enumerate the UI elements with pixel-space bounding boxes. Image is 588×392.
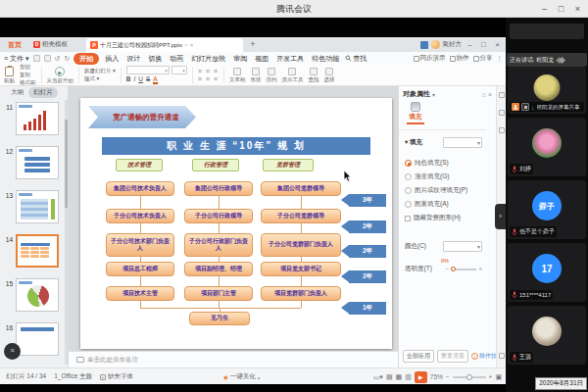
notes-bar[interactable]: 单击此处添加备注: [69, 351, 398, 368]
font-name-input[interactable]: ▾: [126, 66, 170, 74]
zoom-out-icon[interactable]: −: [446, 373, 450, 380]
present-tools-button[interactable]: 演示工具: [281, 68, 303, 83]
tab-document[interactable]: P 十月三建公司校园招聘PPT.pptx ○ ×: [86, 38, 243, 52]
arrange-button[interactable]: 排列: [266, 68, 276, 83]
menu-file[interactable]: ≡ 文件 ▾: [4, 54, 29, 64]
tab-docer[interactable]: D 稻壳模板: [29, 37, 72, 52]
transparency-handle[interactable]: [451, 267, 456, 271]
more-icon[interactable]: ⋮: [497, 55, 504, 63]
align-buttons-row2[interactable]: ≡ ≡ ≡: [198, 75, 219, 82]
participant-tile[interactable]: 孬子 他不是个孬子: [508, 180, 586, 239]
apply-all-button[interactable]: 全部应用: [403, 350, 434, 363]
notes-toggle-icon[interactable]: ▭▾: [373, 373, 383, 381]
slide-thumbnail-12[interactable]: [16, 146, 59, 179]
strip-icon[interactable]: [499, 110, 505, 116]
menu-animation[interactable]: 动画: [168, 54, 185, 64]
option-row[interactable]: 纯色填充(S): [405, 159, 482, 168]
font-color-button[interactable]: A: [153, 75, 157, 84]
sorter-view-icon[interactable]: ▦: [396, 373, 403, 381]
tab-close-icon[interactable]: ×: [190, 42, 194, 48]
thumbnail-scrollbar[interactable]: [65, 100, 68, 365]
strip-icon[interactable]: [499, 92, 505, 98]
menu-review[interactable]: 审阅: [231, 54, 249, 64]
fill-section-label[interactable]: ▾ 填充: [405, 138, 422, 147]
user-avatar[interactable]: [431, 40, 440, 49]
panel-collapse-handle[interactable]: ›: [495, 204, 506, 229]
missing-font-indicator[interactable]: F 缺失字体: [100, 372, 133, 381]
copy-button[interactable]: 复制: [20, 72, 36, 78]
transparency-minus-icon[interactable]: −: [445, 266, 449, 272]
wps-maximize-icon[interactable]: □: [478, 40, 489, 49]
undo-icon[interactable]: ↺: [55, 55, 61, 63]
share-button[interactable]: 分享: [473, 54, 493, 63]
menu-start[interactable]: 开始: [74, 53, 99, 65]
strip-icon[interactable]: [499, 127, 505, 133]
close-icon[interactable]: ×: [569, 4, 586, 14]
textbox-button[interactable]: 文本框: [229, 68, 246, 83]
format-painter-button[interactable]: 格式刷: [20, 79, 36, 86]
menu-design[interactable]: 设计: [124, 54, 142, 64]
transparency-plus-icon[interactable]: +: [478, 266, 482, 272]
fill-preset-dropdown[interactable]: [443, 137, 482, 148]
sync-present-button[interactable]: 同步演示: [414, 54, 446, 63]
normal-view-icon[interactable]: ▤: [386, 373, 393, 381]
option-row[interactable]: 隐藏背景图形(H): [405, 214, 482, 222]
reading-view-icon[interactable]: ▥: [405, 373, 412, 381]
menu-devtools[interactable]: 开发工具: [274, 54, 306, 64]
redo-icon[interactable]: ↻: [64, 55, 70, 63]
tab-slides[interactable]: 幻灯片: [28, 87, 58, 98]
wps-minimize-icon[interactable]: –: [465, 40, 475, 49]
meeting-toolbar-box[interactable]: [510, 24, 584, 39]
app-switch-icon[interactable]: [420, 41, 428, 49]
beautify-button[interactable]: ◆ 一键美化 ▴: [223, 368, 260, 384]
play-from-current-button[interactable]: ▶ 从当前开始: [47, 67, 74, 84]
fill-tab[interactable]: 填充: [407, 102, 424, 124]
select-button[interactable]: 选择: [323, 68, 334, 83]
underline-button[interactable]: U: [138, 75, 143, 84]
strip-icon[interactable]: [499, 353, 505, 359]
zoom-in-icon[interactable]: +: [489, 373, 493, 380]
menu-view[interactable]: 视图: [253, 54, 270, 64]
align-buttons-row1[interactable]: ≡ ≡ ≡: [198, 68, 219, 74]
participant-tile[interactable]: 刘婷: [508, 118, 586, 176]
layout-button[interactable]: 版式 ▾: [84, 75, 116, 82]
fit-slide-icon[interactable]: ▣: [495, 373, 502, 381]
panel-close-icon[interactable]: ×: [488, 91, 492, 98]
menu-insert[interactable]: 插入: [103, 54, 121, 64]
save-icon[interactable]: [33, 55, 40, 62]
slide-14[interactable]: 宽广通畅的晋升通道 职 业 生 涯 “10年” 规 划 技术管理 行政管理 党群…: [80, 98, 392, 349]
slide-thumbnail-13[interactable]: [16, 190, 59, 223]
theme-name[interactable]: 1_Office 主题: [54, 372, 92, 381]
slide-thumbnail-16[interactable]: [16, 322, 59, 356]
slide-thumbnail-11[interactable]: [16, 102, 59, 135]
cut-button[interactable]: 剪切: [20, 64, 36, 71]
font-size-input[interactable]: ▾: [172, 66, 187, 74]
menu-transition[interactable]: 切换: [146, 54, 164, 64]
menu-features[interactable]: 特色功能: [310, 54, 341, 64]
paste-button[interactable]: 粘贴: [4, 67, 15, 84]
maximize-icon[interactable]: □: [553, 4, 569, 14]
slide-thumbnail-14-selected[interactable]: [16, 234, 59, 268]
collaborate-button[interactable]: 协作: [450, 54, 469, 63]
participant-tile[interactable]: 王源: [508, 306, 586, 365]
zoom-slider-handle[interactable]: [466, 374, 472, 380]
transparency-slider[interactable]: [451, 269, 476, 270]
slideshow-play-button[interactable]: ▶: [415, 371, 427, 383]
option-row[interactable]: 渐变填充(G): [405, 172, 482, 181]
new-tab-button[interactable]: +: [247, 37, 259, 52]
wps-assistant-icon[interactable]: ≡: [4, 343, 21, 360]
zoom-slider[interactable]: [453, 376, 486, 378]
print-icon[interactable]: [44, 55, 51, 62]
menu-slideshow[interactable]: 幻灯片放映: [189, 54, 227, 64]
zoom-level[interactable]: 75%: [430, 373, 443, 380]
participant-tile[interactable]: 17 151****4117: [508, 243, 586, 302]
tab-home[interactable]: 首页: [0, 37, 29, 52]
wps-close-icon[interactable]: ×: [492, 40, 503, 49]
participant-tile-sharer[interactable]: ↓ 桓阳龙的屏幕共享: [508, 67, 586, 114]
minimize-icon[interactable]: –: [536, 4, 553, 14]
option-row[interactable]: 图案填充(A): [405, 200, 482, 209]
bold-button[interactable]: B: [126, 75, 131, 84]
new-slide-button[interactable]: 新建幻灯片 ▾: [84, 68, 116, 74]
slide-thumbnail-15[interactable]: [16, 278, 59, 312]
pin-icon[interactable]: ⌂: [482, 91, 486, 98]
